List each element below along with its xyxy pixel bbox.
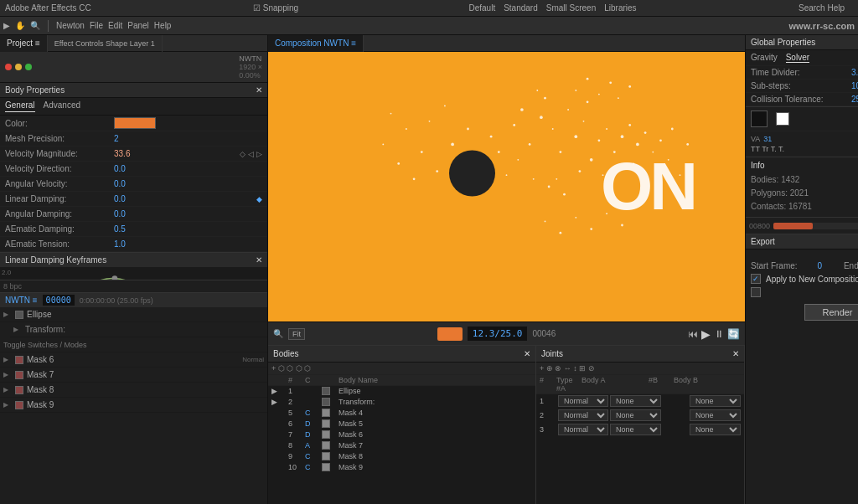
mini-timeline[interactable] (773, 223, 858, 229)
maximize-dot[interactable] (25, 64, 32, 70)
pause-btn[interactable]: ⏸ (714, 328, 724, 340)
joints-body-a-3[interactable]: None (610, 424, 661, 435)
search-help[interactable]: Search Help (799, 3, 845, 13)
joints-type-3[interactable]: Normal (558, 424, 608, 435)
workspace-default[interactable]: Default (468, 3, 495, 13)
workspace-standard[interactable]: Standard (504, 3, 538, 13)
tl-row-mask6[interactable]: ▶ Mask 6 Normal (0, 352, 267, 368)
joints-panel-header: Joints ✕ (536, 346, 744, 363)
type-swatches: Aa 263 px (751, 111, 858, 131)
workspace-libraries[interactable]: Libraries (604, 3, 636, 13)
menu-panel[interactable]: Panel (127, 21, 149, 30)
prop-velocity-magnitude: Velocity Magnitude: 33.6 ◇ ◁ ▷ (0, 147, 267, 162)
timeline-indicator[interactable] (437, 327, 463, 341)
color-swatch[interactable] (114, 117, 156, 129)
joints-type-2[interactable]: Normal (558, 409, 608, 421)
tool-select[interactable]: ▶ (3, 21, 10, 30)
bodies-add-btn[interactable]: + ⬡ ⬡ ⬡ ⬡ (271, 364, 311, 373)
comp-zoom-icon[interactable]: 🔍 (273, 329, 283, 338)
apply-new-comp-row: Apply to New Composition (751, 272, 858, 285)
apply-new-comp-checkbox[interactable] (751, 274, 761, 284)
workspace-small[interactable]: Small Screen (546, 3, 596, 13)
tool-zoom[interactable]: 🔍 (30, 21, 40, 30)
mini-timeline-bar: 00800 0095 (746, 217, 858, 234)
tab-advanced[interactable]: Advanced (44, 100, 80, 112)
play-btn[interactable]: ▶ (701, 327, 711, 341)
render-button[interactable]: Render (804, 304, 858, 321)
prop-color: Color: (0, 116, 267, 131)
tl-row-mask8[interactable]: ▶ Mask 8 (0, 383, 267, 398)
joints-body-a-2[interactable]: None (610, 409, 661, 421)
tab-gravity[interactable]: Gravity (751, 53, 778, 63)
joints-body-b-3[interactable]: None (690, 424, 741, 435)
tl-row-mask9[interactable]: ▶ Mask 9 (0, 398, 267, 413)
tl-color-mask8 (15, 386, 23, 394)
svg-point-24 (628, 124, 631, 126)
info-contacts: Contacts: 16781 (751, 200, 858, 213)
keyframe-icon-2[interactable]: ◆ (256, 195, 262, 203)
skip-start-btn[interactable]: ⏮ (688, 328, 698, 340)
body-row-2[interactable]: ▶2Transform: (268, 397, 535, 408)
bodies-panel-header: Bodies ✕ (268, 346, 535, 363)
export-section-title: Export ✕ (746, 234, 858, 249)
joints-row-1[interactable]: 1 Normal None None (536, 394, 744, 409)
svg-point-5 (540, 116, 543, 119)
body-row-8[interactable]: 10CMask 9 (268, 462, 535, 473)
svg-point-54 (575, 90, 576, 91)
menu-help[interactable]: Help (154, 21, 172, 30)
tab-general[interactable]: General (5, 100, 35, 112)
joints-type-1[interactable]: Normal (558, 395, 608, 407)
body-row-3[interactable]: 5CMask 4 (268, 408, 535, 419)
svg-point-52 (397, 162, 400, 165)
joints-body-b-1[interactable]: None (690, 395, 741, 407)
snapping-checkbox[interactable]: ☑ Snapping (253, 3, 307, 13)
bg-color-swatch[interactable] (776, 112, 789, 126)
body-row-5[interactable]: 7DMask 6 (268, 429, 535, 440)
svg-point-22 (544, 97, 546, 100)
menu-file[interactable]: File (90, 21, 103, 30)
tab-project[interactable]: Project ≡ (0, 35, 48, 52)
body-row-6[interactable]: 8AMask 7 (268, 440, 535, 451)
tab-solver[interactable]: Solver (786, 53, 809, 63)
kf-close-icon[interactable]: ✕ (256, 255, 262, 265)
tool-hand[interactable]: ✋ (15, 21, 25, 30)
top-menu-bar: Adobe After Effects CC ☑ Snapping Defaul… (0, 0, 858, 17)
body-row-4[interactable]: 6DMask 5 (268, 419, 535, 429)
bodies-close-icon[interactable]: ✕ (524, 349, 530, 358)
body-properties-panel: Body Properties ✕ General Advanced Color… (0, 83, 267, 280)
close-dot[interactable] (5, 64, 12, 70)
joints-close-icon[interactable]: ✕ (732, 349, 739, 358)
svg-point-44 (686, 143, 689, 146)
body-row-7[interactable]: 9CMask 8 (268, 451, 535, 462)
keyframe-icon[interactable]: ◇ (240, 150, 246, 158)
joints-body-a-1[interactable]: None (610, 395, 661, 407)
export-start-frame-row: Start Frame: 0 End Frame: 899 (751, 260, 858, 272)
tl-row-0[interactable]: ▶ Ellipse (0, 307, 267, 322)
tab-composition[interactable]: Composition NWTN ≡ (268, 35, 364, 52)
fg-color-swatch[interactable] (751, 111, 768, 127)
close-icon[interactable]: ✕ (256, 85, 262, 95)
svg-point-17 (498, 151, 500, 153)
enable-motion-blur-checkbox[interactable] (751, 287, 761, 297)
nav-prev-icon[interactable]: ◁ (248, 150, 254, 158)
body-table-header: # C Body Name (268, 375, 535, 386)
prop-aematic-tension: AEmatic Tension: 1.0 (0, 237, 267, 252)
tab-effect-controls[interactable]: Effect Controls Shape Layer 1 (48, 35, 163, 52)
minimize-dot[interactable] (15, 64, 22, 70)
toggle-switches[interactable]: Toggle Switches / Modes (3, 341, 264, 349)
tl-row-transform[interactable]: ▶ Transform: (10, 322, 267, 337)
menu-newton[interactable]: Newton (56, 21, 85, 30)
nav-next-icon[interactable]: ▷ (256, 150, 262, 158)
body-row-1[interactable]: ▶1Ellipse (268, 386, 535, 397)
skip-end-btn[interactable]: 🔄 (727, 328, 740, 340)
prop-mesh-precision: Mesh Precision: 2 (0, 131, 267, 147)
comp-fit-btn[interactable]: Fit (288, 328, 305, 340)
tl-row-mask7[interactable]: ▶ Mask 7 (0, 368, 267, 383)
joints-tools[interactable]: + ⊕ ⊗ ↔ ↕ ⊞ ⊘ (540, 364, 595, 373)
bp-tabs: General Advanced (0, 98, 267, 116)
joints-row-3[interactable]: 3 Normal None None (536, 423, 744, 437)
joints-body-b-2[interactable]: None (690, 409, 741, 421)
tl-color-ellipse (15, 311, 23, 319)
menu-edit[interactable]: Edit (108, 21, 122, 30)
joints-row-2[interactable]: 2 Normal None None (536, 409, 744, 423)
